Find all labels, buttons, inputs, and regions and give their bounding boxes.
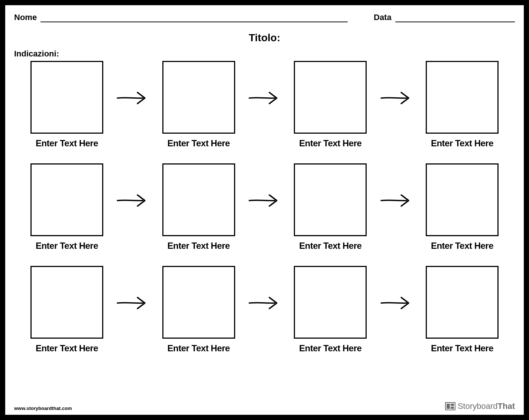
- arrow-right-icon: [248, 62, 281, 134]
- storyboard-cell: Enter Text Here: [426, 163, 499, 251]
- storyboard-caption[interactable]: Enter Text Here: [168, 343, 230, 354]
- storyboard-cell: Enter Text Here: [162, 61, 235, 149]
- storyboard-box[interactable]: [294, 163, 367, 236]
- storyboard-logo-icon: [445, 402, 455, 410]
- date-label: Data: [374, 13, 392, 22]
- name-field: Nome: [14, 13, 348, 22]
- storyboard-caption[interactable]: Enter Text Here: [431, 343, 493, 354]
- storyboard-caption[interactable]: Enter Text Here: [168, 138, 230, 149]
- arrow-right-icon: [248, 267, 281, 339]
- storyboard-box[interactable]: [294, 61, 367, 134]
- storyboard-cell: Enter Text Here: [162, 163, 235, 251]
- storyboard-box[interactable]: [294, 266, 367, 339]
- storyboard-box[interactable]: [162, 61, 235, 134]
- storyboard-caption[interactable]: Enter Text Here: [431, 241, 493, 251]
- storyboard-caption[interactable]: Enter Text Here: [299, 343, 361, 354]
- footer: www.storyboardthat.com StoryboardThat: [14, 401, 515, 411]
- worksheet-page: Nome Data Titolo: Indicazioni: Enter Tex…: [5, 5, 524, 415]
- svg-rect-3: [451, 407, 454, 409]
- date-input-line[interactable]: [395, 14, 515, 22]
- storyboard-box[interactable]: [162, 163, 235, 236]
- arrow-right-icon: [380, 62, 413, 134]
- storyboard-caption[interactable]: Enter Text Here: [299, 241, 361, 251]
- storyboard-cell: Enter Text Here: [294, 61, 367, 149]
- storyboard-row: Enter Text Here Enter Text Here Enter Te…: [30, 163, 499, 251]
- storyboard-caption[interactable]: Enter Text Here: [431, 138, 493, 149]
- arrow-right-icon: [248, 164, 281, 237]
- storyboard-cell: Enter Text Here: [426, 266, 499, 354]
- storyboard-cell: Enter Text Here: [30, 266, 103, 354]
- storyboard-cell: Enter Text Here: [426, 61, 499, 149]
- storyboard-box[interactable]: [426, 266, 499, 339]
- storyboard-caption[interactable]: Enter Text Here: [299, 138, 361, 149]
- storyboard-box[interactable]: [426, 61, 499, 134]
- name-label: Nome: [14, 13, 37, 22]
- footer-url: www.storyboardthat.com: [14, 406, 72, 411]
- arrow-right-icon: [116, 267, 149, 339]
- storyboard-box[interactable]: [426, 163, 499, 236]
- arrow-right-icon: [380, 164, 413, 237]
- name-input-line[interactable]: [40, 14, 348, 22]
- header-row: Nome Data: [14, 13, 515, 22]
- storyboard-caption[interactable]: Enter Text Here: [168, 241, 230, 251]
- svg-rect-1: [447, 404, 450, 409]
- storyboard-grid: Enter Text Here Enter Text Here Enter Te…: [14, 61, 515, 354]
- storyboard-caption[interactable]: Enter Text Here: [36, 241, 98, 251]
- storyboard-box[interactable]: [30, 61, 103, 134]
- storyboard-cell: Enter Text Here: [294, 163, 367, 251]
- storyboard-cell: Enter Text Here: [30, 61, 103, 149]
- storyboard-box[interactable]: [30, 163, 103, 236]
- brand-second: That: [498, 401, 515, 411]
- svg-rect-2: [451, 404, 454, 406]
- storyboard-cell: Enter Text Here: [162, 266, 235, 354]
- brand-text: StoryboardThat: [458, 401, 515, 411]
- storyboard-caption[interactable]: Enter Text Here: [36, 138, 98, 149]
- arrow-right-icon: [116, 62, 149, 134]
- storyboard-cell: Enter Text Here: [30, 163, 103, 251]
- storyboard-row: Enter Text Here Enter Text Here Enter Te…: [30, 266, 499, 354]
- storyboard-row: Enter Text Here Enter Text Here Enter Te…: [30, 61, 499, 149]
- date-field: Data: [374, 13, 515, 22]
- arrow-right-icon: [116, 164, 149, 237]
- page-title: Titolo:: [14, 32, 515, 44]
- footer-logo: StoryboardThat: [445, 401, 515, 411]
- brand-first: Storyboard: [458, 401, 498, 411]
- arrow-right-icon: [380, 267, 413, 339]
- storyboard-caption[interactable]: Enter Text Here: [36, 343, 98, 354]
- storyboard-cell: Enter Text Here: [294, 266, 367, 354]
- indications-label: Indicazioni:: [14, 49, 515, 59]
- storyboard-box[interactable]: [162, 266, 235, 339]
- storyboard-box[interactable]: [30, 266, 103, 339]
